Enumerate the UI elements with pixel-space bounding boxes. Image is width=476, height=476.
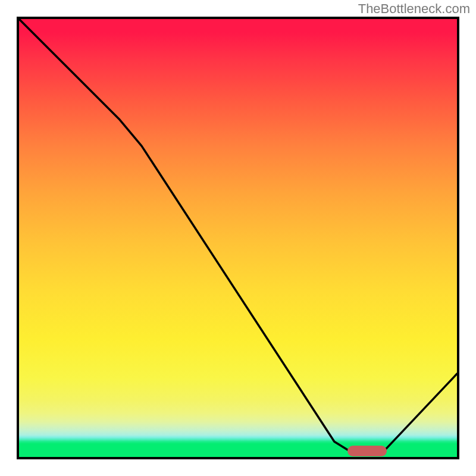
curve-path [19, 19, 457, 453]
attribution-text: TheBottleneck.com [358, 1, 470, 17]
optimal-marker-pill [347, 446, 387, 456]
plot-area [17, 17, 459, 459]
bottleneck-curve [19, 19, 457, 457]
chart-container: TheBottleneck.com [0, 0, 476, 476]
